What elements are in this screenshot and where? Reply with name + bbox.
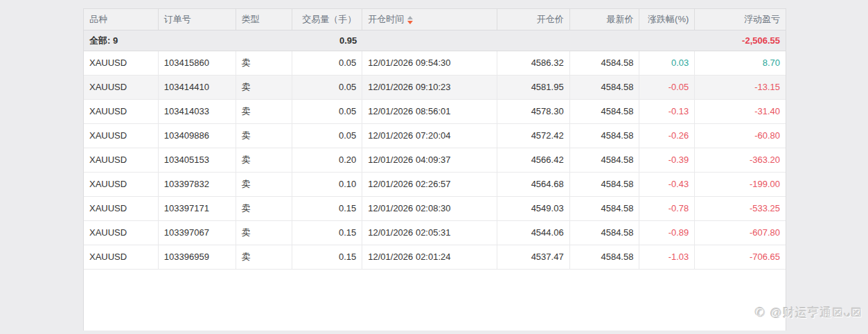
column-header-open_price: 开仓价	[497, 9, 570, 30]
cell-type: 卖	[236, 51, 293, 75]
summary-label: 全部: 9	[84, 30, 159, 51]
cell-last_price: 4584.58	[570, 148, 640, 172]
cell-volume: 0.05	[292, 124, 362, 148]
cell-open_time: 12/01/2026 08:56:01	[362, 100, 497, 123]
cell-change_pct: 0.03	[639, 51, 695, 75]
cell-pl: -363.20	[695, 148, 786, 172]
cell-volume: 0.15	[292, 245, 362, 269]
cell-pl: -31.40	[695, 100, 786, 123]
cell-change_pct: -0.39	[639, 148, 695, 172]
cell-type: 卖	[236, 173, 293, 196]
table-row[interactable]: XAUUSD103397832卖0.1012/01/2026 02:26:574…	[84, 173, 786, 197]
cell-order: 103397067	[159, 221, 236, 245]
cell-open_time: 12/01/2026 07:20:04	[362, 124, 497, 148]
summary-spacer	[159, 30, 236, 51]
cell-pl: -533.25	[695, 197, 786, 220]
cell-open_time: 12/01/2026 04:09:37	[362, 148, 497, 172]
cell-open_price: 4564.68	[497, 173, 570, 196]
cell-open_time: 12/01/2026 02:26:57	[362, 173, 497, 196]
cell-symbol: XAUUSD	[84, 148, 159, 172]
cell-last_price: 4584.58	[570, 124, 640, 148]
cell-open_price: 4566.42	[497, 148, 570, 172]
cell-open_time: 12/01/2026 02:05:31	[362, 221, 497, 245]
cell-last_price: 4584.58	[570, 100, 640, 123]
cell-pl: -199.00	[695, 173, 786, 196]
cell-last_price: 4584.58	[570, 245, 640, 269]
cell-change_pct: -0.89	[639, 221, 695, 245]
table-row[interactable]: XAUUSD103397171卖0.1512/01/2026 02:08:304…	[84, 197, 786, 221]
cell-symbol: XAUUSD	[84, 173, 159, 196]
column-header-label: 交易量（手）	[302, 14, 356, 24]
cell-volume: 0.20	[292, 148, 362, 172]
cell-last_price: 4584.58	[570, 76, 640, 99]
cell-symbol: XAUUSD	[84, 197, 159, 220]
cell-open_price: 4549.03	[497, 197, 570, 220]
table-row[interactable]: XAUUSD103397067卖0.1512/01/2026 02:05:314…	[84, 221, 786, 245]
cell-type: 卖	[236, 124, 293, 148]
table-row[interactable]: XAUUSD103409886卖0.0512/01/2026 07:20:044…	[84, 124, 786, 148]
cell-pl: -60.80	[695, 124, 786, 148]
cell-last_price: 4584.58	[570, 173, 640, 196]
cell-open_price: 4578.30	[497, 100, 570, 123]
table-row[interactable]: XAUUSD103414410卖0.0512/01/2026 09:10:234…	[84, 76, 786, 100]
table-row[interactable]: XAUUSD103405153卖0.2012/01/2026 04:09:374…	[84, 148, 786, 173]
summary-spacer	[570, 30, 640, 51]
table-row[interactable]: XAUUSD103396959卖0.1512/01/2026 02:01:244…	[84, 245, 786, 270]
cell-pl: -607.80	[695, 221, 786, 245]
column-header-label: 类型	[242, 14, 260, 24]
cell-order: 103397171	[159, 197, 236, 220]
column-header-label: 最新价	[606, 14, 633, 24]
cell-type: 卖	[236, 100, 293, 123]
cell-open_time: 12/01/2026 02:08:30	[362, 197, 497, 220]
table-body: XAUUSD103415860卖0.0512/01/2026 09:54:304…	[84, 51, 786, 270]
cell-open_price: 4572.42	[497, 124, 570, 148]
cell-order: 103409886	[159, 124, 236, 148]
cell-last_price: 4584.58	[570, 51, 640, 75]
cell-change_pct: -0.13	[639, 100, 695, 123]
summary-row: 全部: 9 0.95 -2,506.55	[84, 30, 786, 51]
cell-type: 卖	[236, 148, 293, 172]
cell-order: 103396959	[159, 245, 236, 269]
cell-pl: -13.15	[695, 76, 786, 99]
cell-open_price: 4586.32	[497, 51, 570, 75]
summary-total-volume: 0.95	[292, 30, 362, 51]
cell-symbol: XAUUSD	[84, 124, 159, 148]
sort-icon[interactable]	[407, 16, 413, 24]
column-header-open_time[interactable]: 开仓时间	[362, 9, 497, 30]
column-header-label: 涨跌幅(%)	[648, 14, 689, 24]
table-row[interactable]: XAUUSD103415860卖0.0512/01/2026 09:54:304…	[84, 51, 786, 76]
cell-open_price: 4537.47	[497, 245, 570, 269]
summary-spacer	[236, 30, 293, 51]
cell-symbol: XAUUSD	[84, 245, 159, 269]
table-header-row: 品种订单号类型交易量（手）开仓时间开仓价最新价涨跌幅(%)浮动盈亏	[84, 9, 786, 30]
summary-total-pl: -2,506.55	[695, 30, 786, 51]
cell-order: 103405153	[159, 148, 236, 172]
column-header-last_price: 最新价	[570, 9, 640, 30]
watermark-emoji-boxes: ☒ᴗ☒	[833, 306, 862, 319]
cell-volume: 0.05	[292, 76, 362, 99]
positions-table: 品种订单号类型交易量（手）开仓时间开仓价最新价涨跌幅(%)浮动盈亏 全部: 9 …	[83, 8, 786, 331]
column-header-pl: 浮动盈亏	[695, 9, 786, 30]
cell-open_price: 4544.06	[497, 221, 570, 245]
column-header-label: 开仓时间	[368, 14, 404, 24]
cell-change_pct: -1.03	[639, 245, 695, 269]
column-header-label: 订单号	[164, 14, 191, 24]
cell-change_pct: -0.26	[639, 124, 695, 148]
cell-pl: -706.65	[695, 245, 786, 269]
column-header-label: 开仓价	[537, 14, 564, 24]
cell-last_price: 4584.58	[570, 221, 640, 245]
cell-type: 卖	[236, 221, 293, 245]
cell-volume: 0.10	[292, 173, 362, 196]
column-header-label: 浮动盈亏	[744, 14, 780, 24]
cell-symbol: XAUUSD	[84, 51, 159, 75]
cell-change_pct: -0.43	[639, 173, 695, 196]
cell-last_price: 4584.58	[570, 197, 640, 220]
cell-open_time: 12/01/2026 09:10:23	[362, 76, 497, 99]
cell-volume: 0.15	[292, 221, 362, 245]
cell-symbol: XAUUSD	[84, 221, 159, 245]
table-row[interactable]: XAUUSD103414033卖0.0512/01/2026 08:56:014…	[84, 100, 786, 124]
summary-spacer	[362, 30, 497, 51]
column-header-label: 品种	[89, 14, 107, 24]
cell-type: 卖	[236, 76, 293, 99]
cell-symbol: XAUUSD	[84, 100, 159, 123]
